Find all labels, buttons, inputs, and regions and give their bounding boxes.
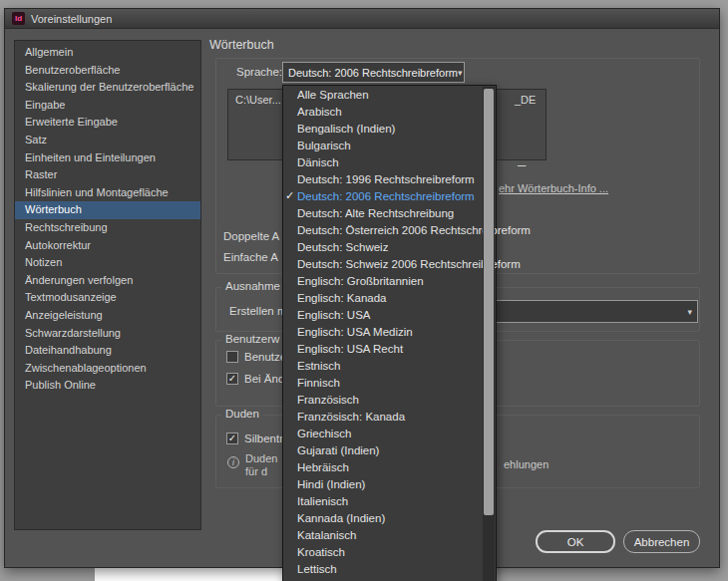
exceptions-heading: Ausnahme xyxy=(221,280,284,292)
language-combobox[interactable]: Deutsch: 2006 Rechtschreibreform ▾ xyxy=(282,62,465,83)
language-option[interactable]: Englisch: Kanada xyxy=(284,289,483,306)
language-option[interactable]: Gujarati (Indien) xyxy=(284,441,483,458)
language-option-label: Hindi (Indien) xyxy=(297,478,365,490)
language-option-label: Deutsch: Alte Rechtschreibung xyxy=(297,207,454,219)
duden-heading: Duden xyxy=(221,408,263,420)
language-option-label: Bulgarisch xyxy=(297,140,351,151)
dictionary-path-right: _DE xyxy=(515,94,536,106)
sidebar-item[interactable]: Schwarzdarstellung xyxy=(15,325,200,343)
language-option[interactable]: Arabisch xyxy=(284,103,483,120)
sidebar-item[interactable]: Raster xyxy=(15,166,200,184)
chevron-down-icon: ▾ xyxy=(458,68,463,78)
sidebar-item[interactable]: Zwischenablageoptionen xyxy=(15,360,200,378)
language-option[interactable]: Lettisch xyxy=(284,560,483,577)
dictionary-info-link[interactable]: ehr Wörterbuch-Info ... xyxy=(499,182,608,194)
sidebar-item[interactable]: Hilfslinien und Montagefläche xyxy=(15,184,200,202)
screen: Id Voreinstellungen AllgemeinBenutzerobe… xyxy=(0,0,728,581)
sidebar-item[interactable]: Textmodusanzeige xyxy=(15,289,200,307)
language-option-label: Hebräisch xyxy=(297,461,349,473)
language-option-label: Kroatisch xyxy=(297,546,345,558)
language-option[interactable]: Hindi (Indien) xyxy=(284,475,483,492)
sidebar-item[interactable]: Einheiten und Einteilungen xyxy=(15,149,200,167)
double-quotes-label: Doppelte A xyxy=(223,230,279,242)
sidebar-item[interactable]: Benutzeroberfläche xyxy=(15,62,200,80)
language-option-label: Gujarati (Indien) xyxy=(297,444,379,456)
language-option[interactable]: Deutsch: Schweiz xyxy=(284,238,483,255)
language-option[interactable]: Deutsch: Österreich 2006 Rechtschreibref… xyxy=(284,221,483,238)
sidebar-item[interactable]: Publish Online xyxy=(15,377,200,395)
ok-button[interactable]: OK xyxy=(536,530,615,553)
dropdown-scrollbar[interactable] xyxy=(483,87,495,581)
language-option[interactable]: Englisch: USA xyxy=(284,306,483,323)
cancel-button[interactable]: Abbrechen xyxy=(623,530,700,553)
language-option[interactable]: Dänisch xyxy=(284,153,483,170)
language-option[interactable]: Estnisch xyxy=(284,357,483,374)
sidebar-item[interactable]: Notizen xyxy=(15,254,200,272)
language-option[interactable]: Bengalisch (Indien) xyxy=(284,120,483,137)
language-option-label: Deutsch: 1996 Rechtschreibreform xyxy=(297,173,475,185)
language-option[interactable]: Deutsch: Alte Rechtschreibung xyxy=(284,204,483,221)
panel-title: Wörterbuch xyxy=(209,38,274,52)
language-option-label: Deutsch: 2006 Rechtschreibreform xyxy=(297,190,475,202)
language-option-label: Griechisch xyxy=(297,428,351,439)
language-option-label: Bengalisch (Indien) xyxy=(297,123,395,135)
remove-dictionary-button[interactable]: – xyxy=(518,156,526,171)
language-option[interactable]: Bulgarisch xyxy=(284,137,483,153)
language-option-label: Estnisch xyxy=(297,360,340,372)
language-option-label: Französisch: Kanada xyxy=(297,411,405,423)
sidebar-item[interactable]: Skalierung der Benutzeroberfläche xyxy=(15,79,200,97)
sidebar-item[interactable]: Dateihandhabung xyxy=(15,342,200,360)
language-option[interactable]: Kannada (Indien) xyxy=(284,509,483,526)
sidebar-item[interactable]: Eingabe xyxy=(15,97,200,115)
sidebar-item[interactable]: Satz xyxy=(15,132,200,149)
scrollbar-thumb[interactable] xyxy=(484,89,494,515)
language-option[interactable]: Katalanisch xyxy=(284,526,483,543)
sidebar-item[interactable]: Änderungen verfolgen xyxy=(15,272,200,290)
sidebar-item[interactable]: Rechtschreibung xyxy=(15,219,200,237)
duden-info-right-fragment: ehlungen xyxy=(504,458,548,470)
language-option[interactable]: Französisch: Kanada xyxy=(284,408,483,425)
language-option-label: Lettisch xyxy=(297,563,337,575)
chevron-down-icon: ▾ xyxy=(687,307,692,317)
sidebar-item[interactable]: Autokorrektur xyxy=(15,237,200,255)
dialog-title: Voreinstellungen xyxy=(31,13,112,25)
language-dropdown-list: Alle SprachenArabischBengalisch (Indien)… xyxy=(282,85,497,581)
recompose-checkbox[interactable]: ✓ xyxy=(226,373,238,385)
dictionary-path-left: C:\User... xyxy=(235,94,281,106)
language-option[interactable]: ✓Deutsch: 2006 Rechtschreibreform xyxy=(284,187,483,204)
language-option[interactable]: Alle Sprachen xyxy=(284,86,483,103)
sidebar-item[interactable]: Allgemein xyxy=(15,44,200,62)
language-option[interactable]: Kroatisch xyxy=(284,543,483,560)
language-option[interactable]: Englisch: USA Recht xyxy=(284,340,483,357)
language-option-label: Arabisch xyxy=(297,106,342,118)
language-option[interactable]: Italienisch xyxy=(284,492,483,509)
language-option[interactable]: Litauisch xyxy=(284,577,483,581)
language-option[interactable]: Deutsch: Schweiz 2006 Rechtschreibreform xyxy=(284,255,483,272)
language-option-label: Kannada (Indien) xyxy=(297,512,385,524)
language-option[interactable]: Hebräisch xyxy=(284,458,483,475)
sidebar-item[interactable]: Anzeigeleistung xyxy=(15,307,200,325)
language-option[interactable]: Englisch: USA Medizin xyxy=(284,323,483,340)
duden-hyphenation-checkbox[interactable]: ✓ xyxy=(226,433,238,444)
language-options: Alle SprachenArabischBengalisch (Indien)… xyxy=(284,86,483,581)
recompose-label: Bei Änd xyxy=(244,373,284,385)
language-label: Sprache: xyxy=(236,66,282,78)
language-option-label: Alle Sprachen xyxy=(297,89,369,101)
language-option-label: Englisch: Großbritannien xyxy=(297,275,424,287)
language-option[interactable]: Englisch: Großbritannien xyxy=(284,272,483,289)
compose-with-label: Erstellen m xyxy=(229,305,287,317)
language-option[interactable]: Finnisch xyxy=(284,374,483,391)
language-option-label: Dänisch xyxy=(297,156,339,168)
duden-hyphenation-label: Silbentr xyxy=(244,433,283,444)
language-option[interactable]: Französisch xyxy=(284,391,483,408)
language-option-label: Italienisch xyxy=(297,495,348,507)
checkmark-icon: ✓ xyxy=(228,374,236,384)
sidebar-item[interactable]: Erweiterte Eingabe xyxy=(15,114,200,132)
single-quotes-label: Einfache A xyxy=(223,251,278,263)
language-option[interactable]: Deutsch: 1996 Rechtschreibreform xyxy=(284,170,483,187)
embed-user-dictionary-checkbox[interactable] xyxy=(226,351,238,363)
language-option-label: Katalanisch xyxy=(297,529,356,541)
sidebar-item[interactable]: Wörterbuch xyxy=(15,201,200,219)
language-option[interactable]: Griechisch xyxy=(284,425,483,441)
dialog-titlebar[interactable]: Id Voreinstellungen xyxy=(5,9,719,29)
